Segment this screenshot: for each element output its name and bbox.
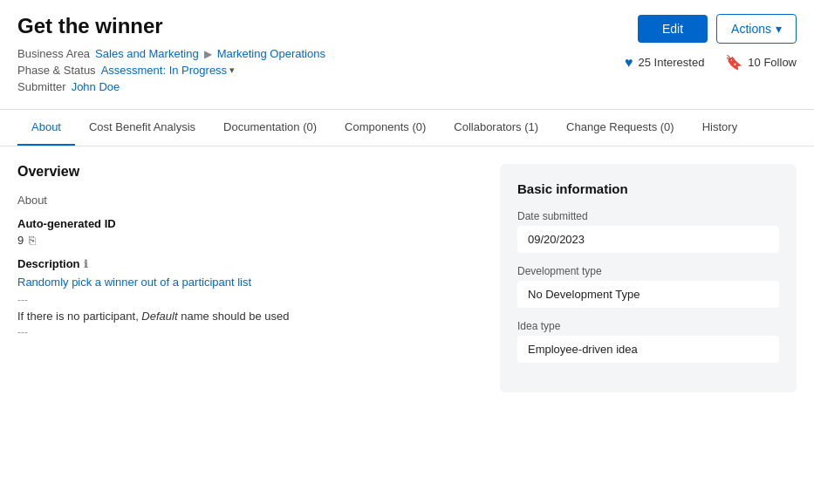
business-area-link[interactable]: Sales and Marketing [95,47,199,60]
interested-count: 25 Interested [638,56,704,69]
tab-about[interactable]: About [17,110,75,146]
idea-type-label: Idea type [517,320,779,332]
auto-id-number: 9 [17,234,24,247]
idea-type-value: Employee-driven idea [517,336,779,363]
separator-2: --- [17,326,482,338]
about-label: About [17,194,482,207]
copy-icon[interactable]: ⎘ [29,234,36,247]
submitter-link[interactable]: John Doe [72,80,120,93]
phase-value: Assessment: In Progress [101,64,228,77]
business-area-row: Business Area Sales and Marketing ▶ Mark… [17,47,325,60]
phase-label: Phase & Status [17,64,96,77]
header-right: Edit Actions ▾ ♥ 25 Interested 🔖 10 Foll… [625,14,797,71]
right-panel: Basic information Date submitted 09/20/2… [500,164,797,392]
header-meta: Get the winner Business Area Sales and M… [17,14,325,93]
description-label-row: Description ℹ [17,257,482,270]
auto-id-value: 9 ⎘ [17,234,482,247]
submitter-row: Submitter John Doe [17,80,325,93]
description-link-text[interactable]: Randomly pick a winner out of a particip… [17,276,482,289]
overview-title: Overview [17,164,482,180]
header-actions: Edit Actions ▾ [638,14,797,44]
header-section: Get the winner Business Area Sales and M… [0,0,814,110]
separator-1: --- [17,294,482,306]
phase-link[interactable]: Assessment: In Progress ▾ [101,64,236,77]
dev-type-label: Development type [517,265,779,277]
description-note: If there is no participant, Default name… [17,310,482,323]
heart-icon: ♥ [625,55,633,71]
left-panel: Overview About Auto-generated ID 9 ⎘ Des… [17,164,500,392]
follow-stat: 🔖 10 Follow [725,54,797,71]
info-icon: ℹ [84,258,88,270]
phase-chevron-icon: ▾ [229,65,235,76]
bookmark-icon: 🔖 [725,54,742,71]
actions-button-label: Actions [731,22,771,36]
actions-button[interactable]: Actions ▾ [716,14,797,44]
description-note-italic: Default [141,310,177,323]
tab-documentation[interactable]: Documentation (0) [209,110,331,146]
actions-chevron-icon: ▾ [776,22,782,36]
dev-type-field: Development type No Development Type [517,265,779,308]
phase-row: Phase & Status Assessment: In Progress ▾ [17,64,325,77]
stats-row: ♥ 25 Interested 🔖 10 Follow [625,54,797,71]
auto-id-label: Auto-generated ID [17,217,482,230]
idea-type-field: Idea type Employee-driven idea [517,320,779,363]
tab-history[interactable]: History [688,110,751,146]
main-content: Overview About Auto-generated ID 9 ⎘ Des… [0,146,814,410]
date-submitted-value: 09/20/2023 [517,226,779,253]
tab-cost-benefit[interactable]: Cost Benefit Analysis [75,110,209,146]
follow-count: 10 Follow [748,56,797,69]
dev-type-value: No Development Type [517,281,779,308]
description-label-text: Description [17,257,80,270]
submitter-label: Submitter [17,80,66,93]
header-top: Get the winner Business Area Sales and M… [17,14,797,93]
date-submitted-field: Date submitted 09/20/2023 [517,210,779,253]
description-note-prefix: If there is no participant, [17,310,141,323]
breadcrumb-arrow: ▶ [204,48,212,60]
tab-collaborators[interactable]: Collaborators (1) [440,110,552,146]
basic-info-title: Basic information [517,181,779,196]
business-area-sub-link[interactable]: Marketing Operations [217,47,325,60]
edit-button[interactable]: Edit [638,15,708,43]
date-submitted-label: Date submitted [517,210,779,222]
tab-components[interactable]: Components (0) [331,110,440,146]
description-note-suffix: name should be used [178,310,290,323]
tab-change-requests[interactable]: Change Requests (0) [552,110,688,146]
business-area-label: Business Area [17,47,90,60]
page-title: Get the winner [17,14,325,38]
tabs-bar: About Cost Benefit Analysis Documentatio… [0,110,814,146]
interested-stat: ♥ 25 Interested [625,55,704,71]
